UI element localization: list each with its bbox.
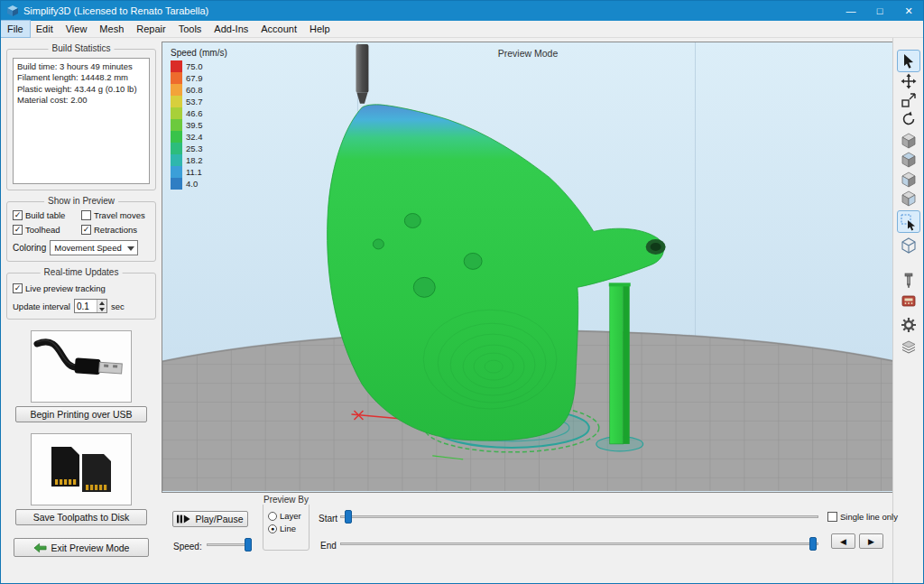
maximize-button[interactable]: □	[865, 1, 894, 21]
titlebar[interactable]: Simplify3D (Licensed to Renato Tarabella…	[1, 1, 923, 21]
scale-tool[interactable]	[898, 89, 919, 110]
end-slider-groove[interactable]	[340, 542, 818, 545]
menu-tools[interactable]: Tools	[172, 21, 208, 37]
speed-legend: Speed (mm/s) 75.0 67.9 60.8 53.7 46.6 39…	[171, 48, 227, 190]
legend-swatch	[171, 84, 182, 96]
update-interval-unit: sec	[111, 301, 125, 311]
single-line-only-box[interactable]	[827, 512, 837, 522]
rotate-tool[interactable]	[898, 108, 919, 129]
legend-swatch	[171, 131, 182, 143]
view-cube-default[interactable]	[898, 130, 919, 151]
single-line-only-checkbox[interactable]: Single line only	[827, 512, 898, 522]
legend-row: 53.7	[171, 96, 227, 107]
scene-3d	[162, 42, 893, 491]
spinner-up-icon[interactable]	[97, 300, 106, 306]
start-slider[interactable]	[340, 510, 818, 524]
start-slider-groove[interactable]	[340, 515, 818, 518]
usb-image	[31, 330, 132, 403]
end-slider[interactable]	[340, 537, 818, 551]
legend-swatch	[171, 166, 182, 178]
radio-layer-label: Layer	[280, 511, 301, 521]
view-cube-top[interactable]	[898, 149, 919, 170]
checkbox-live-preview[interactable]: ✓ Live preview tracking	[13, 283, 106, 293]
checkbox-travel-moves-box[interactable]	[81, 210, 91, 220]
machine-control-icon[interactable]	[898, 290, 919, 311]
radio-layer[interactable]: Layer	[268, 511, 304, 521]
usb-cable-illustration	[33, 333, 129, 400]
spinner-down-icon[interactable]	[97, 306, 106, 312]
menu-file[interactable]: File	[1, 21, 30, 37]
view-cube-front[interactable]	[898, 169, 919, 190]
close-button[interactable]: ✕	[894, 1, 923, 21]
checkbox-retractions-box[interactable]: ✓	[81, 225, 91, 235]
menubar: File Edit View Mesh Repair Tools Add-Ins…	[1, 21, 923, 38]
menu-repair[interactable]: Repair	[130, 21, 171, 37]
support-column	[609, 283, 631, 444]
update-interval-label: Update interval	[13, 301, 70, 311]
legend-value: 60.8	[186, 85, 203, 95]
select-region-tool[interactable]	[898, 211, 919, 232]
legend-row: 39.5	[171, 119, 227, 131]
menu-edit[interactable]: Edit	[30, 21, 60, 37]
build-statistics-title: Build Statistics	[48, 43, 114, 53]
speed-slider-handle[interactable]	[245, 538, 252, 552]
pointer-tool[interactable]	[898, 51, 919, 71]
minimize-button[interactable]: —	[836, 1, 865, 21]
menu-help[interactable]: Help	[303, 21, 337, 37]
radio-layer-circle[interactable]	[268, 512, 277, 521]
menu-addins[interactable]: Add-Ins	[208, 21, 254, 37]
view-cube-side[interactable]	[898, 188, 919, 209]
right-toolbar	[892, 38, 923, 583]
speed-label: Speed:	[173, 542, 202, 552]
checkbox-toolhead[interactable]: ✓ Toolhead	[13, 225, 81, 235]
start-label: Start	[319, 514, 337, 524]
stat-plastic-weight: Plastic weight: 43.44 g (0.10 lb)	[17, 84, 145, 95]
legend-swatch	[171, 154, 182, 166]
checkbox-build-table[interactable]: ✓ Build table	[13, 210, 81, 220]
legend-swatch	[171, 143, 182, 154]
support-pin-tool[interactable]	[898, 269, 919, 290]
menu-view[interactable]: View	[60, 21, 94, 37]
wireframe-cube-toggle[interactable]	[898, 235, 919, 255]
checkbox-build-table-box[interactable]: ✓	[13, 210, 23, 220]
end-slider-handle[interactable]	[809, 537, 817, 551]
exit-preview-mode-label: Exit Preview Mode	[51, 542, 130, 553]
checkbox-live-preview-box[interactable]: ✓	[13, 283, 23, 293]
exit-preview-mode-button[interactable]: Exit Preview Mode	[14, 538, 149, 557]
settings-gear[interactable]	[898, 314, 919, 335]
legend-swatch	[171, 96, 182, 107]
menu-mesh[interactable]: Mesh	[93, 21, 130, 37]
spinner-arrows[interactable]	[97, 300, 106, 312]
checkbox-toolhead-box[interactable]: ✓	[13, 225, 23, 235]
radio-line-circle[interactable]: ●	[268, 524, 277, 533]
coloring-dropdown[interactable]: Movement Speed	[50, 240, 138, 255]
green-return-arrow-icon	[33, 542, 47, 553]
legend-row: 75.0	[171, 60, 227, 72]
speed-slider[interactable]	[207, 538, 252, 552]
begin-printing-usb-button[interactable]: Begin Printing over USB	[15, 406, 147, 422]
preview-viewport[interactable]: Preview Mode Speed (mm/s) 75.0 67.9 60.8…	[162, 42, 894, 493]
cross-section-tool[interactable]	[898, 337, 919, 357]
checkbox-travel-moves-label: Travel moves	[94, 210, 145, 220]
radio-line[interactable]: ● Line	[268, 524, 304, 533]
move-tool[interactable]	[898, 70, 919, 91]
preview-by-group: Preview By Layer ● Line	[263, 500, 310, 551]
checkbox-travel-moves[interactable]: Travel moves	[81, 210, 159, 220]
legend-value: 4.0	[186, 179, 198, 189]
step-forward-button[interactable]: ▶	[859, 533, 883, 549]
step-back-button[interactable]: ◀	[831, 533, 855, 549]
legend-row: 32.4	[171, 131, 227, 143]
save-toolpaths-button[interactable]: Save Toolpaths to Disk	[15, 509, 147, 525]
chevron-down-icon	[127, 246, 134, 251]
legend-value: 75.0	[186, 61, 203, 71]
build-statistics-box: Build time: 3 hours 49 minutes Filament …	[13, 58, 150, 184]
checkbox-build-table-label: Build table	[25, 210, 65, 220]
update-interval-spinner[interactable]	[74, 299, 107, 313]
legend-swatch	[171, 119, 182, 131]
play-pause-button[interactable]: Play/Pause	[172, 511, 248, 527]
menu-account[interactable]: Account	[254, 21, 303, 37]
checkbox-retractions[interactable]: ✓ Retractions	[81, 225, 159, 235]
play-pause-label: Play/Pause	[195, 514, 243, 524]
update-interval-input[interactable]	[75, 300, 97, 312]
start-slider-handle[interactable]	[345, 510, 352, 524]
